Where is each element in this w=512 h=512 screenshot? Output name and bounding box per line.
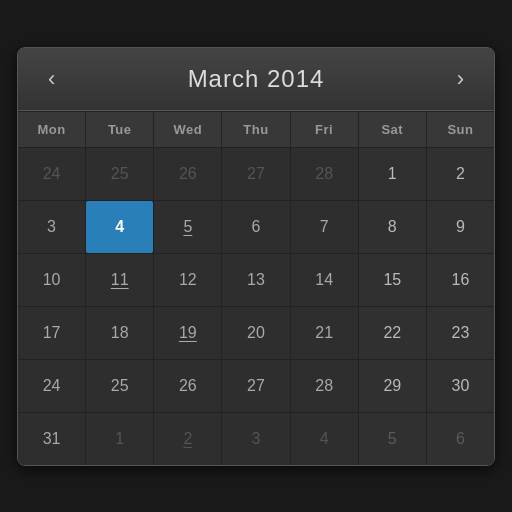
day-cell[interactable]: 10 bbox=[18, 254, 85, 306]
day-cell[interactable]: 8 bbox=[359, 201, 426, 253]
day-cell[interactable]: 23 bbox=[427, 307, 494, 359]
day-cell[interactable]: 17 bbox=[18, 307, 85, 359]
calendar: ‹ March 2014 › MonTueWedThuFriSatSun2425… bbox=[17, 47, 495, 466]
day-cell[interactable]: 21 bbox=[291, 307, 358, 359]
day-cell[interactable]: 15 bbox=[359, 254, 426, 306]
day-cell[interactable]: 26 bbox=[154, 148, 221, 200]
day-cell[interactable]: 3 bbox=[18, 201, 85, 253]
day-cell[interactable]: 2 bbox=[154, 413, 221, 465]
weekday-header: Tue bbox=[86, 112, 153, 147]
weekday-header: Fri bbox=[291, 112, 358, 147]
day-cell[interactable]: 30 bbox=[427, 360, 494, 412]
weekday-header: Mon bbox=[18, 112, 85, 147]
day-cell[interactable]: 6 bbox=[222, 201, 289, 253]
day-cell[interactable]: 4 bbox=[291, 413, 358, 465]
weekday-header: Thu bbox=[222, 112, 289, 147]
day-cell[interactable]: 24 bbox=[18, 360, 85, 412]
day-cell[interactable]: 25 bbox=[86, 148, 153, 200]
month-title: March 2014 bbox=[188, 65, 325, 93]
day-cell[interactable]: 14 bbox=[291, 254, 358, 306]
day-cell[interactable]: 12 bbox=[154, 254, 221, 306]
calendar-grid: MonTueWedThuFriSatSun2425262728123456789… bbox=[18, 111, 494, 465]
day-cell[interactable]: 22 bbox=[359, 307, 426, 359]
day-cell[interactable]: 24 bbox=[18, 148, 85, 200]
day-cell[interactable]: 16 bbox=[427, 254, 494, 306]
weekday-header: Sun bbox=[427, 112, 494, 147]
calendar-header: ‹ March 2014 › bbox=[18, 48, 494, 111]
day-cell[interactable]: 11 bbox=[86, 254, 153, 306]
day-cell[interactable]: 1 bbox=[86, 413, 153, 465]
day-cell[interactable]: 31 bbox=[18, 413, 85, 465]
day-cell[interactable]: 25 bbox=[86, 360, 153, 412]
day-cell[interactable]: 18 bbox=[86, 307, 153, 359]
day-cell[interactable]: 5 bbox=[154, 201, 221, 253]
day-cell[interactable]: 19 bbox=[154, 307, 221, 359]
weekday-header: Sat bbox=[359, 112, 426, 147]
weekday-header: Wed bbox=[154, 112, 221, 147]
day-cell[interactable]: 28 bbox=[291, 360, 358, 412]
day-cell[interactable]: 5 bbox=[359, 413, 426, 465]
day-cell[interactable]: 28 bbox=[291, 148, 358, 200]
day-cell[interactable]: 29 bbox=[359, 360, 426, 412]
day-cell[interactable]: 27 bbox=[222, 148, 289, 200]
day-cell[interactable]: 4 bbox=[86, 201, 153, 253]
day-cell[interactable]: 9 bbox=[427, 201, 494, 253]
day-cell[interactable]: 20 bbox=[222, 307, 289, 359]
day-cell[interactable]: 3 bbox=[222, 413, 289, 465]
day-cell[interactable]: 7 bbox=[291, 201, 358, 253]
day-cell[interactable]: 6 bbox=[427, 413, 494, 465]
day-cell[interactable]: 27 bbox=[222, 360, 289, 412]
day-cell[interactable]: 1 bbox=[359, 148, 426, 200]
day-cell[interactable]: 2 bbox=[427, 148, 494, 200]
day-cell[interactable]: 26 bbox=[154, 360, 221, 412]
prev-month-button[interactable]: ‹ bbox=[38, 64, 65, 94]
next-month-button[interactable]: › bbox=[447, 64, 474, 94]
day-cell[interactable]: 13 bbox=[222, 254, 289, 306]
